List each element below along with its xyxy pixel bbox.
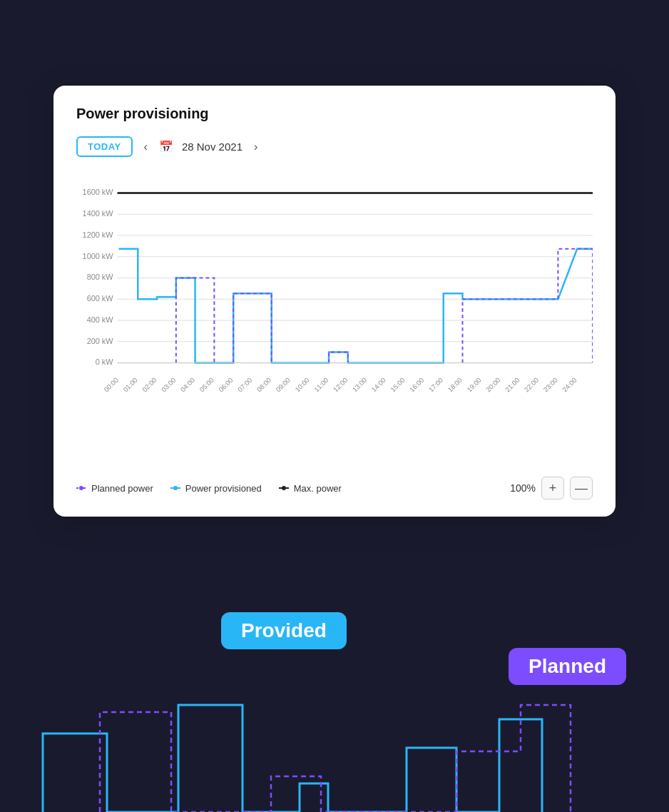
svg-text:20:00: 20:00 <box>484 376 501 393</box>
svg-text:1000 kW: 1000 kW <box>83 252 114 260</box>
bottom-annotation-area: Provided Planned <box>0 591 669 812</box>
calendar-icon: 📅 <box>159 140 173 153</box>
chart-legend: Planned power Power provisioned Max. pow… <box>76 468 593 499</box>
svg-text:10:00: 10:00 <box>293 376 310 393</box>
svg-text:21:00: 21:00 <box>504 376 521 393</box>
svg-text:1200 kW: 1200 kW <box>83 230 114 239</box>
svg-text:04:00: 04:00 <box>179 376 196 393</box>
chart-svg: 1600 kW 1400 kW 1200 kW 1000 kW 800 kW 6… <box>76 174 593 460</box>
svg-text:400 kW: 400 kW <box>87 315 114 324</box>
legend-max-label: Max. power <box>294 483 342 494</box>
svg-text:0 kW: 0 kW <box>96 357 114 366</box>
svg-text:18:00: 18:00 <box>446 376 463 393</box>
zoom-percent: 100% <box>510 482 536 494</box>
svg-text:09:00: 09:00 <box>274 376 291 393</box>
card-title: Power provisioning <box>76 106 593 122</box>
zoom-in-button[interactable]: + <box>541 477 564 499</box>
legend-planned-power: Planned power <box>76 483 153 494</box>
svg-text:06:00: 06:00 <box>217 376 234 393</box>
svg-text:600 kW: 600 kW <box>87 294 114 303</box>
svg-text:1600 kW: 1600 kW <box>83 188 114 196</box>
svg-text:19:00: 19:00 <box>465 376 482 393</box>
svg-text:08:00: 08:00 <box>255 376 272 393</box>
svg-text:800 kW: 800 kW <box>87 273 114 281</box>
svg-text:23:00: 23:00 <box>541 376 558 393</box>
today-button[interactable]: TODAY <box>76 136 133 157</box>
provided-annotation: Provided <box>221 612 347 649</box>
svg-text:02:00: 02:00 <box>141 376 158 393</box>
svg-text:1400 kW: 1400 kW <box>83 209 114 218</box>
prev-date-button[interactable]: ‹ <box>141 141 150 153</box>
svg-text:14:00: 14:00 <box>369 376 387 393</box>
planned-power-icon <box>76 484 86 492</box>
chart-area: 1600 kW 1400 kW 1200 kW 1000 kW 800 kW 6… <box>76 174 593 460</box>
svg-text:01:00: 01:00 <box>121 376 138 393</box>
legend-planned-label: Planned power <box>91 483 153 494</box>
svg-text:11:00: 11:00 <box>312 376 330 393</box>
svg-text:22:00: 22:00 <box>523 376 540 393</box>
legend-power-provisioned: Power provisioned <box>170 483 262 494</box>
zoom-out-button[interactable]: — <box>570 477 593 499</box>
svg-text:07:00: 07:00 <box>236 376 253 393</box>
svg-text:00:00: 00:00 <box>102 376 119 393</box>
power-provisioning-card: Power provisioning TODAY ‹ 📅 28 Nov 2021… <box>53 86 616 517</box>
legend-max-power: Max. power <box>279 483 342 494</box>
legend-provisioned-label: Power provisioned <box>185 483 262 494</box>
zoom-controls: 100% + — <box>510 477 593 499</box>
next-date-button[interactable]: › <box>251 141 260 153</box>
svg-point-46 <box>79 486 83 490</box>
max-power-icon <box>279 484 289 492</box>
svg-text:17:00: 17:00 <box>427 376 444 393</box>
svg-text:03:00: 03:00 <box>160 376 177 393</box>
date-display: 28 Nov 2021 <box>182 141 242 153</box>
svg-text:24:00: 24:00 <box>561 376 578 393</box>
provisioned-icon <box>170 484 180 492</box>
svg-point-48 <box>173 486 178 490</box>
svg-text:16:00: 16:00 <box>408 376 425 393</box>
date-navigation: TODAY ‹ 📅 28 Nov 2021 › <box>76 136 593 157</box>
svg-text:12:00: 12:00 <box>332 376 349 393</box>
svg-text:15:00: 15:00 <box>389 376 406 393</box>
svg-point-50 <box>282 486 286 490</box>
svg-text:200 kW: 200 kW <box>87 337 114 345</box>
svg-text:13:00: 13:00 <box>351 376 368 393</box>
svg-text:05:00: 05:00 <box>198 376 215 393</box>
planned-annotation: Planned <box>509 648 626 685</box>
